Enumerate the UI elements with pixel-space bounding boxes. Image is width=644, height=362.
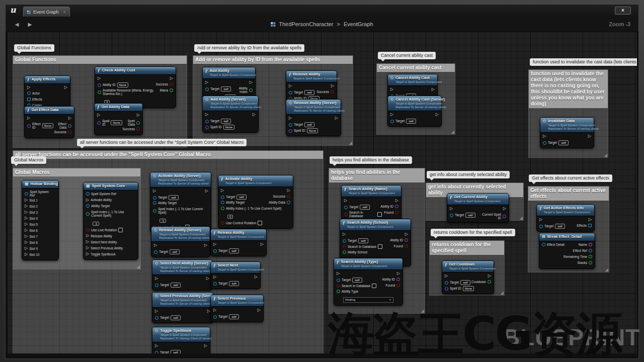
exec-out-pin[interactable]: ▷ (503, 207, 506, 211)
exec-out-pin[interactable]: ▷ (261, 242, 264, 246)
slot-2-exec-pin[interactable]: ▷ (25, 204, 28, 208)
exec-in-pin[interactable]: ▷ (205, 113, 208, 117)
comment-invalidate-title[interactable]: function used to invalidate the cast dat… (529, 70, 608, 108)
tab-close-icon[interactable]: × (63, 10, 66, 15)
target-pin[interactable] (155, 284, 158, 287)
exec-in-pin[interactable]: ▷ (27, 85, 30, 89)
exec-out-pin[interactable]: ▷ (204, 243, 207, 247)
search-in-database-pin[interactable] (337, 284, 340, 288)
slot-7-exec-pin[interactable]: ▷ (25, 234, 28, 238)
exec-in-pin[interactable]: ▷ (390, 87, 393, 92)
ability-id-pin[interactable] (396, 278, 400, 281)
target-value[interactable]: self (558, 140, 569, 145)
ability-id-value[interactable]: None (117, 82, 128, 87)
success-pin[interactable] (68, 130, 71, 134)
node-get-cooldown[interactable]: ƒGet CooldownTarget is Spell System Comp… (442, 260, 494, 294)
slot-6-exec-pin[interactable]: ▷ (25, 228, 28, 232)
node-release-ability[interactable]: ƒRelease AbilityTarget is Spell System C… (210, 229, 267, 256)
ability-id-pin[interactable] (98, 83, 101, 87)
target-value[interactable]: self (360, 205, 370, 210)
spell-system-ref-pin[interactable] (86, 192, 90, 196)
ability-type-dropdown[interactable]: Healing▼ (343, 297, 393, 303)
ability-target-pin[interactable] (221, 201, 224, 204)
target-value[interactable]: self (358, 238, 368, 243)
select-previous-ability-exec-pin[interactable]: ▷ (86, 246, 89, 250)
search-in-database-checkbox[interactable] (377, 212, 382, 217)
target-pin[interactable] (543, 141, 546, 145)
node-select-previous-ability-server[interactable]: ◇Select Previous Ability (Server)Target … (152, 292, 213, 323)
target-pin[interactable] (154, 250, 157, 254)
success-pin[interactable] (170, 82, 173, 86)
exec-out-pin[interactable]: ▷ (253, 113, 256, 117)
comment-global-functions-title[interactable]: Global Functions (13, 56, 187, 64)
slot-8-exec-pin[interactable]: ▷ (25, 240, 28, 244)
exec-out-pin[interactable]: ▷ (405, 232, 408, 236)
exec-in-pin[interactable]: ▷ (289, 116, 292, 120)
found-pin[interactable] (405, 244, 408, 248)
stacks-pin[interactable] (589, 261, 592, 264)
cooldown-pin[interactable] (488, 280, 491, 284)
comment-all-server-title[interactable]: all server functions can be accessed und… (13, 151, 323, 159)
ability-id-pin[interactable] (395, 205, 398, 208)
exec-in-pin[interactable]: ▷ (289, 84, 292, 88)
spell-system-ref-pin[interactable] (25, 192, 28, 196)
target-pin[interactable] (155, 351, 158, 354)
comment-cooldown-title[interactable]: returns cooldown for the specified spell (430, 241, 504, 255)
effects-pin[interactable] (588, 224, 592, 227)
current-spell-id-pin[interactable] (503, 215, 506, 218)
target-value[interactable]: self (406, 119, 416, 124)
window-close-button[interactable]: × (615, 7, 631, 15)
exec-out-pin[interactable]: ▷ (588, 134, 591, 138)
mana-pin[interactable] (170, 88, 173, 92)
exec-in-pin[interactable]: ▷ (213, 308, 216, 312)
effect-id-value[interactable]: None (42, 123, 53, 128)
release-ability-exec-pin[interactable]: ▷ (86, 234, 89, 238)
exec-out-pin[interactable]: ▷ (64, 85, 67, 89)
use-live-rotation-checkbox[interactable] (118, 228, 123, 232)
node-activate-ability[interactable]: ƒActivate AbilityTarget is Spell System … (218, 175, 293, 229)
exec-in-pin[interactable]: ▷ (221, 189, 224, 193)
exec-out-pin[interactable]: ▷ (205, 189, 208, 193)
exec-out-pin[interactable]: ▷ (250, 80, 253, 84)
slot-1-exec-pin[interactable]: ▷ (25, 198, 28, 202)
back-button[interactable]: ◄ (14, 21, 20, 28)
search-in-database-pin[interactable] (344, 213, 348, 216)
effect-ref-pin[interactable] (589, 249, 592, 252)
breadcrumb-eventgraph[interactable]: EventGraph (344, 21, 373, 27)
exec-out-pin[interactable]: ▷ (206, 277, 209, 281)
target-pin[interactable] (213, 315, 217, 319)
comment-active-effects-title[interactable]: Get effects about current active effects (528, 187, 609, 201)
exec-in-pin[interactable]: ▷ (450, 207, 453, 211)
spell-id-value[interactable]: None (111, 120, 122, 125)
effect-detail-pin[interactable] (542, 243, 545, 246)
node-activate-ability-server[interactable]: ◇Activate Ability (Server)Target is Spel… (150, 172, 211, 233)
spell-index-1-to-use-current-spell-pin[interactable] (86, 212, 90, 216)
exec-out-pin[interactable]: ▷ (255, 275, 258, 279)
spell-id-value[interactable]: None (223, 125, 234, 130)
exec-in-pin[interactable]: ▷ (155, 309, 158, 313)
target-value[interactable]: self (171, 315, 181, 320)
spell-index-1-to-use-current-spell-value[interactable]: -1 (159, 219, 166, 223)
activate-ability-exec-pin[interactable]: ▷ (86, 198, 89, 202)
exec-out-pin[interactable]: ▷ (488, 274, 491, 278)
target-value[interactable]: self (169, 195, 179, 200)
spell-id-value[interactable]: None (463, 286, 474, 291)
target-pin[interactable] (205, 120, 209, 123)
forward-button[interactable]: ► (27, 21, 33, 28)
node-invalidate-data[interactable]: ◇Invalidate DataTarget is Spell System C… (540, 117, 594, 148)
target-value[interactable]: self (229, 281, 239, 286)
ability-school-pin[interactable] (343, 250, 346, 254)
exec-in-pin[interactable]: ▷ (27, 116, 30, 120)
target-value[interactable]: self (170, 249, 180, 254)
use-control-rotation-checkbox[interactable] (258, 221, 262, 225)
exec-out-pin[interactable]: ▷ (287, 189, 290, 193)
comment-global-macros-title[interactable]: Global Macros (13, 168, 140, 176)
effect-id-pin[interactable] (27, 124, 31, 128)
target-pin[interactable] (221, 196, 224, 199)
target-pin[interactable] (390, 120, 394, 123)
use-live-rotation-pin[interactable] (86, 228, 90, 232)
target-value[interactable]: self (304, 90, 314, 95)
node-select-previous[interactable]: ƒSelect PreviousTarget is Spell System C… (210, 295, 264, 322)
effects-pin[interactable] (27, 98, 31, 101)
target-pin[interactable] (337, 279, 340, 282)
